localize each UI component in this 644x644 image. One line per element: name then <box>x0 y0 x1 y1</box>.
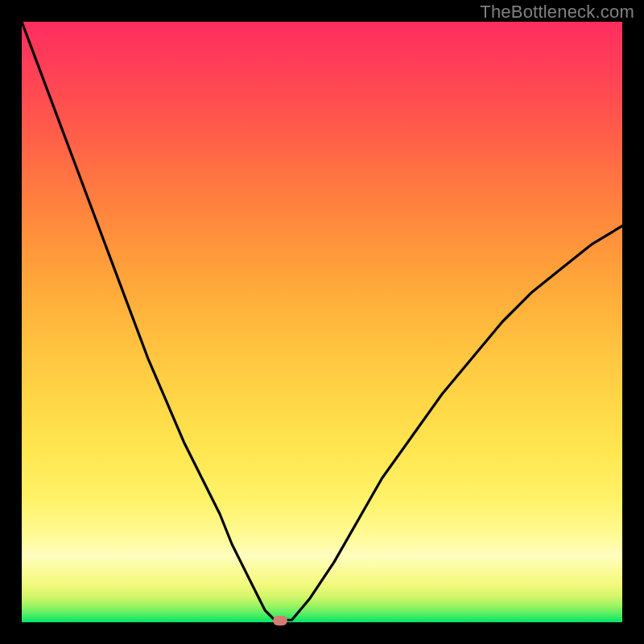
curve-svg <box>22 22 622 622</box>
chart-frame: TheBottleneck.com <box>0 0 644 644</box>
watermark-text: TheBottleneck.com <box>480 2 634 23</box>
optimum-marker <box>273 616 287 625</box>
bottleneck-curve <box>22 22 622 621</box>
plot-area <box>22 22 622 622</box>
